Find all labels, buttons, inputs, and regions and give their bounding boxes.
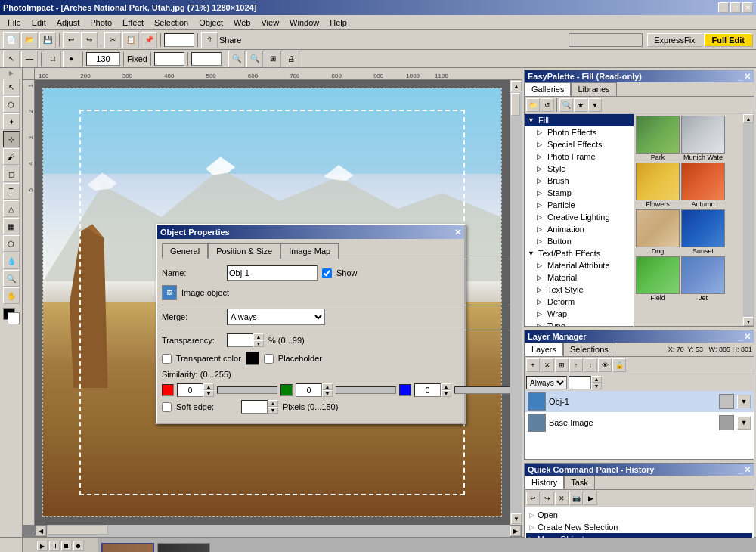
crop-tool[interactable]: ⊹ (3, 131, 20, 147)
palette-star-btn[interactable]: ★ (574, 98, 587, 112)
redo-button[interactable]: ↪ (81, 32, 98, 48)
tree-text-path[interactable]: ▼ Text/Path Effects (525, 247, 634, 259)
palette-refresh-btn[interactable]: ↺ (541, 98, 554, 112)
tree-material[interactable]: ▷ Material (525, 271, 634, 284)
tree-material-attr[interactable]: ▷ Material Attribute (525, 259, 634, 271)
history-open[interactable]: ▷ Open (526, 509, 752, 521)
opacity-down[interactable]: ▼ (591, 383, 602, 389)
transparency-down[interactable]: ▼ (253, 340, 264, 347)
history-forward-btn[interactable]: ↪ (541, 492, 554, 505)
soft-edge-up[interactable]: ▲ (268, 400, 278, 407)
layer-delete-btn[interactable]: ✕ (541, 358, 554, 372)
close-button[interactable]: ✕ (742, 2, 753, 13)
tab-history[interactable]: History (525, 476, 564, 489)
layer-vis-btn[interactable]: 👁 (598, 358, 612, 372)
layer-new-btn[interactable]: + (526, 358, 540, 372)
share-button[interactable]: ⇧ (201, 32, 218, 48)
palette-search-btn[interactable]: 🔍 (559, 98, 573, 112)
merge-select[interactable]: Always (227, 309, 325, 325)
tree-special-effects[interactable]: ▷ Special Effects (525, 138, 634, 150)
layer-manager-close-icon[interactable]: ✕ (744, 332, 751, 342)
palette-scroll-down[interactable]: ▼ (743, 317, 754, 326)
easy-palette-close-icon[interactable]: ✕ (744, 72, 751, 82)
layer-row-obj1[interactable]: Obj-1 ▼ (525, 391, 754, 412)
tree-animation[interactable]: ▷ Animation (525, 223, 634, 235)
play-btn[interactable]: ▶ (37, 541, 48, 551)
canvas-area[interactable]: PC PAPAFreeSoftwareFiles.com Object Prop… (35, 80, 510, 525)
soft-edge-down[interactable]: ▼ (268, 407, 278, 414)
red-slider[interactable] (217, 386, 277, 394)
magic-wand-tool[interactable]: ✦ (3, 113, 20, 130)
thumb-autumn[interactable]: Autumn (681, 163, 725, 208)
select-tool-btn[interactable]: ↖ (3, 51, 20, 67)
menu-effect[interactable]: Effect (118, 17, 148, 29)
maximize-button[interactable]: □ (730, 2, 741, 13)
cut-button[interactable]: ✂ (104, 32, 121, 48)
tree-button[interactable]: ▷ Button (525, 235, 634, 247)
name-input[interactable] (227, 265, 318, 281)
dialog-close-icon[interactable]: ✕ (454, 228, 461, 237)
tab-position-size[interactable]: Position & Size (208, 243, 280, 259)
tab-image-map[interactable]: Image Map (280, 243, 339, 259)
history-snapshot-btn[interactable]: 📷 (569, 492, 583, 505)
fit-btn[interactable]: ⊞ (265, 51, 281, 67)
layer-down-btn[interactable]: ↓ (584, 358, 597, 372)
undo-button[interactable]: ↩ (63, 32, 79, 48)
full-edit-button[interactable]: Full Edit (704, 33, 753, 47)
history-create-selection[interactable]: ▷ Create New Selection (526, 521, 752, 533)
tab-task[interactable]: Task (564, 476, 595, 489)
green-input[interactable] (296, 383, 322, 397)
palette-folder-btn[interactable]: 📁 (526, 98, 540, 112)
print-btn[interactable]: 🖨 (283, 51, 299, 67)
scroll-down-btn[interactable]: ▼ (511, 513, 522, 524)
quick-panel-minimize[interactable]: _ (738, 465, 742, 475)
opacity-input[interactable]: 0 (569, 376, 591, 389)
transparent-color-checkbox[interactable] (162, 354, 172, 364)
scroll-right-btn[interactable]: ▶ (510, 526, 521, 536)
thumb-munich[interactable]: Munich Wate (681, 116, 725, 161)
blend-mode-select[interactable]: Always (526, 376, 567, 389)
palette-options-btn[interactable]: ▼ (588, 98, 602, 112)
filmstrip-thumb-1[interactable] (101, 543, 154, 552)
lasso-tool[interactable]: ⬡ (3, 96, 20, 113)
tree-photo-frame[interactable]: ▷ Photo Frame (525, 150, 634, 163)
menu-adjust[interactable]: Adjust (52, 17, 85, 29)
red-input[interactable] (177, 383, 203, 397)
tree-deform[interactable]: ▷ Deform (525, 296, 634, 308)
tree-type[interactable]: ▷ Type (525, 320, 634, 326)
tab-galleries[interactable]: Galleries (525, 82, 571, 96)
soft-edge-input[interactable]: 0 (241, 400, 268, 414)
new-button[interactable]: 📄 (3, 32, 20, 48)
thumb-sunset[interactable]: Sunset (681, 209, 725, 255)
easy-palette-minimize[interactable]: _ (738, 72, 742, 82)
layer-options-btn-obj1[interactable]: ▼ (737, 395, 751, 408)
thumb-flowers[interactable]: Flowers (636, 163, 680, 208)
green-slider[interactable] (336, 386, 396, 394)
tab-libraries[interactable]: Libraries (571, 82, 616, 96)
tab-selections[interactable]: Selections (563, 343, 615, 356)
dialog-title-bar[interactable]: Object Properties ✕ (157, 225, 464, 239)
rect-select-btn[interactable]: □ (45, 51, 61, 67)
history-task-btn[interactable]: ▶ (584, 492, 597, 505)
record-btn[interactable]: ⏺ (73, 541, 84, 551)
paint-tool[interactable]: 🖌 (3, 148, 20, 165)
tree-text-style[interactable]: ▷ Text Style (525, 284, 634, 296)
menu-photo[interactable]: Photo (85, 17, 116, 29)
menu-window[interactable]: Window (285, 17, 324, 29)
blue-up[interactable]: ▲ (441, 383, 451, 390)
scroll-thumb-h[interactable] (48, 526, 108, 535)
thumb-dog[interactable]: Dog (636, 209, 680, 255)
paste-button[interactable]: 📌 (141, 32, 157, 48)
circle-btn[interactable]: ● (63, 51, 79, 67)
filmstrip[interactable] (98, 538, 321, 552)
history-clear-btn[interactable]: ✕ (555, 492, 569, 505)
scroll-up-btn[interactable]: ▲ (511, 81, 522, 91)
eraser-tool[interactable]: ◻ (3, 166, 20, 182)
eyedropper-tool[interactable]: 💧 (3, 253, 20, 269)
menu-object[interactable]: Object (194, 17, 228, 29)
express-fix-button[interactable]: ExpressFix (647, 33, 702, 47)
layer-merge-btn[interactable]: ⊞ (555, 358, 569, 372)
open-button[interactable]: 📂 (21, 32, 38, 48)
zoom-input[interactable]: 71% (164, 33, 194, 47)
tree-photo-effects[interactable]: ▷ Photo Effects (525, 126, 634, 138)
